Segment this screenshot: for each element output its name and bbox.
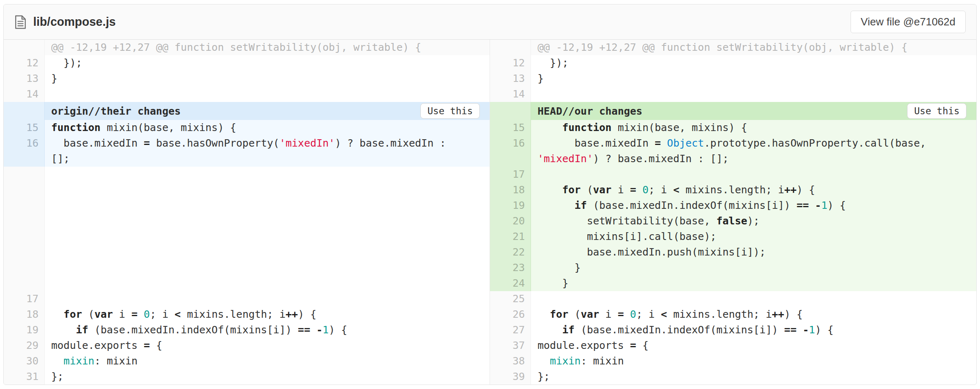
code-token: ( (568, 308, 581, 320)
code-line: function mixin(base, mixins) { (531, 120, 976, 136)
code-token: base.mixedIn (538, 137, 655, 149)
diff-row: 16 base.mixedIn = base.hasOwnProperty('m… (4, 136, 490, 167)
code-token: for (64, 308, 82, 320)
line-number (490, 40, 531, 55)
code-token: - (316, 324, 322, 336)
hunk-header: @@ -12,19 +12,27 @@ function setWritabil… (45, 40, 490, 55)
line-number: 19 (4, 322, 45, 338)
diff-row: 31}; (4, 369, 490, 384)
diff-row: 30 mixin: mixin (4, 353, 490, 369)
code-token (138, 308, 144, 320)
code-token (796, 324, 803, 336)
code-token: == (298, 324, 310, 336)
code-token: ; i (636, 308, 661, 320)
line-number: 16 (490, 136, 531, 167)
code-token: if (562, 324, 574, 336)
code-token: base.mixedIn (51, 137, 144, 149)
code-token: ) ? base.mixedIn : []; (593, 153, 728, 165)
code-token: : mixin (581, 355, 624, 367)
diff-row: 18 for (var i = 0; i < mixins.length; i+… (490, 182, 976, 198)
code-token: module.exports (51, 339, 144, 351)
line-number: 29 (4, 338, 45, 353)
line-number: 18 (4, 307, 45, 322)
code-token: for (562, 184, 581, 196)
line-number: 19 (490, 198, 531, 213)
code-token: < (175, 308, 181, 320)
diff-row: 12 }); (4, 55, 490, 71)
code-token: ) { (329, 324, 347, 336)
diff-row: 19 if (base.mixedIn.indexOf(mixins[i]) =… (490, 198, 976, 213)
code-token: mixin (64, 355, 94, 367)
pane-ours: @@ -12,19 +12,27 @@ function setWritabil… (490, 40, 976, 384)
code-token: ++ (286, 308, 298, 320)
code-token: ); (747, 215, 760, 227)
conflict-header: origin//their changesUse this (45, 102, 490, 120)
diff-row: 37module.exports = { (490, 338, 976, 353)
code-text: } (538, 71, 939, 86)
code-text: } (51, 71, 453, 86)
code-text: base.mixedIn.push(mixins[i]); (538, 244, 939, 260)
code-token: (base.mixedIn.indexOf(mixins[i]) (88, 324, 298, 336)
code-token: ++ (784, 184, 796, 196)
conflict-header-row: HEAD//our changesUse this (490, 102, 976, 120)
code-token: = (132, 308, 138, 320)
code-text: function mixin(base, mixins) { (538, 120, 939, 136)
code-token: } (538, 72, 544, 84)
code-token: - (815, 199, 821, 211)
code-line: setWritability(base, false); (531, 213, 976, 229)
line-number: 12 (490, 55, 531, 71)
code-token: 1 (809, 324, 815, 336)
code-token: ( (581, 184, 593, 196)
diff-row: 15function mixin(base, mixins) { (4, 120, 490, 136)
line-number: 38 (490, 353, 531, 369)
code-token: ; i (649, 184, 673, 196)
code-line (531, 86, 976, 102)
diff-row: 25 (490, 291, 976, 307)
code-line: function mixin(base, mixins) { (45, 120, 490, 136)
use-this-button[interactable]: Use this (420, 103, 480, 119)
code-token: .prototype.hasOwnProperty.call(base, (704, 137, 932, 149)
code-token: var (593, 184, 611, 196)
code-line (531, 291, 976, 307)
code-line: base.mixedIn = base.hasOwnProperty('mixe… (45, 136, 490, 167)
code-token: base.mixedIn.push(mixins[i]); (538, 246, 766, 258)
code-text: base.mixedIn = base.hasOwnProperty('mixe… (51, 136, 453, 167)
hunk-header-text: @@ -12,19 +12,27 @@ function setWritabil… (538, 40, 976, 55)
diff-row: 12 }); (490, 55, 976, 71)
code-token: == (796, 199, 809, 211)
line-number: 12 (4, 55, 45, 71)
code-token (310, 324, 316, 336)
view-file-button[interactable]: View file @e71062d (851, 11, 966, 33)
line-number: 18 (490, 182, 531, 198)
code-line: mixin: mixin (531, 353, 976, 369)
code-token (51, 324, 76, 336)
pane-theirs: @@ -12,19 +12,27 @@ function setWritabil… (4, 40, 490, 384)
code-token: ) { (796, 184, 815, 196)
code-token: false (717, 215, 747, 227)
code-token: ) { (784, 308, 803, 320)
code-token: }; (538, 371, 550, 382)
code-line: }; (45, 369, 490, 384)
file-name: lib/compose.js (33, 15, 116, 29)
code-token: ; i (150, 308, 175, 320)
diff-row: 39}; (490, 369, 976, 384)
use-this-button[interactable]: Use this (907, 103, 966, 119)
diff-row: 14 (490, 86, 976, 102)
code-token: mixins.length; i (181, 308, 286, 320)
code-token: for (550, 308, 568, 320)
alignment-filler-row (4, 167, 490, 291)
file-header: lib/compose.js View file @e71062d (4, 5, 976, 40)
code-token: 0 (642, 184, 649, 196)
code-token: ) { (298, 308, 316, 320)
diff-row: 38 mixin: mixin (490, 353, 976, 369)
code-text: }); (538, 55, 939, 71)
code-token: (base.mixedIn.indexOf(mixins[i]) (574, 324, 784, 336)
code-token: mixins.length; i (667, 308, 772, 320)
code-text: if (base.mixedIn.indexOf(mixins[i]) == -… (51, 322, 453, 338)
code-token: Object (667, 137, 704, 149)
code-token: }); (538, 57, 568, 69)
code-line: module.exports = { (531, 338, 976, 353)
file-icon (14, 15, 27, 29)
hunk-header: @@ -12,19 +12,27 @@ function setWritabil… (531, 40, 976, 55)
code-token: 1 (821, 199, 827, 211)
